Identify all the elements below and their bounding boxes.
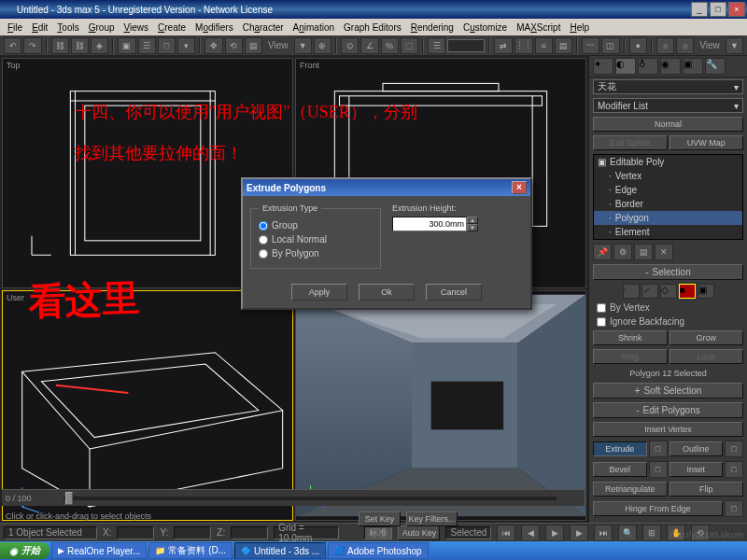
menu-character[interactable]: Character: [239, 21, 288, 35]
schematic-button[interactable]: ◫: [601, 37, 619, 54]
angle-snap-button[interactable]: ∠: [360, 37, 378, 54]
quick-render-button[interactable]: ☼: [676, 37, 694, 54]
btn-bevel-settings[interactable]: □: [649, 461, 668, 478]
stack-element[interactable]: · Element: [594, 225, 742, 239]
time-slider[interactable]: 0 / 100: [2, 489, 585, 506]
array-button[interactable]: ⋮⋮: [514, 37, 533, 54]
stack-endresult-icon[interactable]: ▤: [634, 244, 653, 260]
btn-editspline[interactable]: Edit Spline: [593, 135, 668, 150]
spinner-down-icon[interactable]: ▼: [467, 224, 478, 231]
next-frame-icon[interactable]: ▶: [570, 525, 588, 541]
task-realone[interactable]: ▶ RealOne Player...: [51, 542, 147, 559]
unlink-button[interactable]: ⛓: [71, 37, 89, 54]
rotate-button[interactable]: ⟲: [225, 37, 243, 54]
maximize-button[interactable]: □: [710, 2, 726, 17]
link-button[interactable]: ⛓: [51, 37, 69, 54]
btn-inset[interactable]: Inset: [669, 462, 724, 477]
menu-maxscript[interactable]: MAXScript: [513, 21, 564, 35]
menu-create[interactable]: Create: [154, 21, 190, 35]
zoom-all-icon[interactable]: ⊞: [642, 525, 661, 541]
spinner-snap-button[interactable]: ⬚: [401, 37, 418, 54]
modifier-list-dropdown[interactable]: Modifier List▾: [593, 98, 743, 113]
tab-display[interactable]: ▣: [683, 58, 703, 75]
menu-modifiers[interactable]: Modifiers: [191, 21, 237, 35]
menu-group[interactable]: Group: [85, 21, 119, 35]
menu-tools[interactable]: Tools: [53, 21, 82, 35]
material-button[interactable]: ●: [629, 37, 647, 54]
move-button[interactable]: ✥: [204, 37, 222, 54]
goto-end-icon[interactable]: ⏭: [594, 525, 613, 541]
viewport-user[interactable]: User: [2, 290, 293, 521]
menu-grapheditors[interactable]: Graph Editors: [340, 21, 405, 35]
x-field[interactable]: [117, 526, 154, 539]
btn-shrink[interactable]: Shrink: [593, 330, 668, 345]
viewport-perspective[interactable]: [295, 290, 586, 521]
btn-hinge[interactable]: Hinge From Edge: [593, 501, 723, 516]
selected-mode[interactable]: Selected: [445, 526, 491, 539]
percent-snap-button[interactable]: %: [381, 37, 399, 54]
menu-customize[interactable]: Customize: [459, 21, 511, 35]
stack-edge[interactable]: · Edge: [594, 183, 742, 197]
tab-create[interactable]: ✦: [593, 58, 613, 75]
start-button[interactable]: ◉ 开始: [0, 542, 49, 559]
rollout-soft-selection[interactable]: + Soft Selection: [593, 383, 743, 399]
btn-insert-vertex[interactable]: Insert Vertex: [593, 422, 743, 437]
keyfilters-button[interactable]: Key Filters...: [406, 511, 458, 526]
pivot-button[interactable]: ⊕: [314, 37, 331, 54]
extrusion-height-input[interactable]: [392, 217, 467, 231]
render-type-dropdown[interactable]: ▼: [726, 37, 743, 54]
tab-utilities[interactable]: 🔧: [705, 58, 726, 75]
tab-modify[interactable]: ◐: [615, 58, 636, 75]
select-region-button[interactable]: □: [158, 37, 176, 54]
cancel-button[interactable]: Cancel: [426, 284, 482, 301]
goto-start-icon[interactable]: ⏮: [497, 525, 515, 541]
btn-flip[interactable]: Flip: [669, 482, 744, 497]
filter-button[interactable]: ▾: [177, 37, 195, 54]
radio-by-polygon[interactable]: By Polygon: [259, 246, 373, 260]
align-button[interactable]: ≡: [535, 37, 553, 54]
select-name-button[interactable]: ☰: [138, 37, 156, 54]
coord-dropdown[interactable]: ▼: [294, 37, 312, 54]
z-field[interactable]: [231, 526, 268, 539]
ime-indicator[interactable]: 标准: [364, 526, 392, 539]
named-sel-input[interactable]: [447, 39, 485, 52]
menu-animation[interactable]: Animation: [289, 21, 338, 35]
sel-edge-icon[interactable]: ⟋: [641, 284, 658, 299]
stack-border[interactable]: · Border: [594, 197, 742, 211]
tab-motion[interactable]: ◉: [660, 58, 681, 75]
mirror-button[interactable]: ⇄: [494, 37, 512, 54]
scale-button[interactable]: ▤: [245, 37, 262, 54]
undo-button[interactable]: ↶: [4, 37, 21, 54]
btn-normal[interactable]: Normal: [593, 117, 743, 132]
btn-outline-settings[interactable]: □: [725, 441, 743, 457]
cb-by-vertex[interactable]: By Vertex: [589, 301, 747, 315]
task-folder[interactable]: 📁 常备资料 (D...: [148, 542, 233, 559]
sel-polygon-icon[interactable]: ■: [679, 284, 696, 299]
close-button[interactable]: ×: [728, 2, 745, 17]
task-photoshop[interactable]: 🟦 Adobe Photoshop: [328, 542, 429, 559]
btn-uvwmap[interactable]: UVW Map: [669, 135, 744, 150]
btn-ring[interactable]: Ring: [593, 349, 668, 364]
dialog-close-button[interactable]: ×: [512, 181, 527, 194]
y-field[interactable]: [174, 526, 211, 539]
spinner-up-icon[interactable]: ▲: [467, 217, 478, 224]
btn-loop[interactable]: Loop: [669, 349, 744, 364]
btn-outline[interactable]: Outline: [669, 441, 724, 456]
named-sel-button[interactable]: ☰: [428, 37, 445, 54]
setkey-button[interactable]: Set Key: [359, 511, 401, 526]
task-3dsmax[interactable]: 🔷 Untitled - 3ds ...: [234, 542, 326, 559]
btn-bevel[interactable]: Bevel: [593, 462, 647, 477]
radio-local-normal[interactable]: Local Normal: [259, 232, 373, 246]
tab-hierarchy[interactable]: ♁: [638, 58, 658, 75]
sel-border-icon[interactable]: ◇: [660, 284, 677, 299]
btn-retriangulate[interactable]: Retriangulate: [593, 482, 668, 497]
stack-config-icon[interactable]: ⚙: [613, 244, 632, 260]
snap-button[interactable]: ⊙: [341, 37, 359, 54]
btn-extrude[interactable]: Extrude: [593, 441, 647, 456]
prev-frame-icon[interactable]: ◀: [521, 525, 540, 541]
btn-hinge-settings[interactable]: □: [725, 500, 743, 517]
btn-inset-settings[interactable]: □: [725, 461, 743, 478]
cb-ignore-backfacing[interactable]: Ignore Backfacing: [589, 315, 747, 329]
minimize-button[interactable]: _: [691, 2, 708, 17]
object-name-field[interactable]: 天花▾: [593, 79, 743, 94]
